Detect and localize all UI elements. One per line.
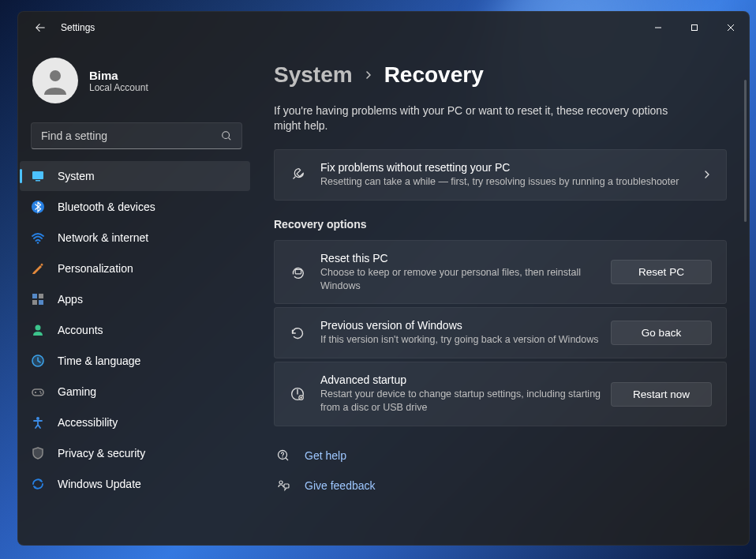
close-button[interactable] bbox=[713, 16, 749, 39]
titlebar: Settings bbox=[18, 12, 749, 43]
svg-point-24 bbox=[279, 481, 283, 484]
give-feedback-link[interactable]: Give feedback bbox=[274, 471, 727, 501]
sidebar-item-label: Accessibility bbox=[58, 416, 118, 429]
gaming-icon bbox=[31, 385, 45, 399]
get-help-link[interactable]: Get help bbox=[274, 441, 727, 471]
time-language-icon bbox=[31, 354, 45, 368]
sidebar-item-gaming[interactable]: Gaming bbox=[20, 377, 250, 407]
sidebar-item-label: Privacy & security bbox=[58, 447, 145, 460]
troubleshoot-card[interactable]: Fix problems without resetting your PC R… bbox=[274, 149, 727, 201]
search-icon bbox=[221, 130, 232, 141]
profile-subtitle: Local Account bbox=[89, 82, 148, 93]
svg-rect-9 bbox=[39, 294, 43, 298]
minimize-button[interactable] bbox=[640, 16, 676, 39]
recovery-card: Advanced startupRestart your device to c… bbox=[274, 362, 727, 426]
svg-point-17 bbox=[40, 392, 42, 394]
sidebar-item-personalization[interactable]: Personalization bbox=[20, 253, 250, 283]
windows-update-icon bbox=[31, 477, 45, 491]
give-feedback-icon bbox=[276, 478, 290, 493]
maximize-icon bbox=[691, 24, 698, 32]
search-box[interactable] bbox=[31, 122, 242, 149]
sidebar-item-bluetooth-devices[interactable]: Bluetooth & devices bbox=[20, 192, 250, 222]
avatar bbox=[32, 58, 78, 103]
svg-rect-7 bbox=[40, 264, 43, 267]
scrollbar-thumb[interactable] bbox=[744, 80, 747, 222]
personalization-icon bbox=[31, 261, 45, 276]
card-subtitle: Choose to keep or remove your personal f… bbox=[320, 266, 601, 293]
accessibility-icon bbox=[31, 415, 45, 430]
card-subtitle: If this version isn't working, try going… bbox=[320, 333, 601, 347]
sidebar-item-apps[interactable]: Apps bbox=[20, 284, 250, 314]
nav-list: SystemBluetooth & devicesNetwork & inter… bbox=[18, 160, 255, 500]
section-label: Recovery options bbox=[274, 218, 727, 231]
apps-icon bbox=[31, 292, 45, 306]
recovery-card: Reset this PCChoose to keep or remove yo… bbox=[274, 240, 727, 305]
sidebar-item-label: Accounts bbox=[58, 324, 103, 336]
system-icon bbox=[31, 169, 45, 183]
page-description: If you're having problems with your PC o… bbox=[274, 103, 676, 133]
sidebar-item-privacy-security[interactable]: Privacy & security bbox=[20, 438, 250, 468]
sidebar-item-windows-update[interactable]: Windows Update bbox=[20, 469, 250, 499]
sidebar-item-label: Network & internet bbox=[58, 231, 148, 244]
settings-window: Settings Bima bbox=[17, 11, 750, 546]
sidebar-item-accessibility[interactable]: Accessibility bbox=[20, 407, 250, 437]
card-title: Advanced startup bbox=[320, 373, 601, 386]
card-title: Previous version of Windows bbox=[320, 319, 601, 332]
breadcrumb-parent[interactable]: System bbox=[274, 62, 353, 88]
sidebar-item-network-internet[interactable]: Network & internet bbox=[20, 223, 250, 253]
bluetooth-devices-icon bbox=[31, 200, 45, 214]
privacy-security-icon bbox=[31, 446, 45, 460]
svg-point-23 bbox=[282, 456, 283, 457]
back-button[interactable] bbox=[24, 12, 56, 43]
window-title: Settings bbox=[61, 22, 95, 33]
svg-point-12 bbox=[36, 325, 41, 331]
user-icon bbox=[39, 65, 71, 96]
svg-rect-4 bbox=[36, 180, 40, 182]
svg-rect-11 bbox=[39, 300, 43, 305]
accounts-icon bbox=[31, 323, 45, 337]
card-title: Reset this PC bbox=[320, 252, 601, 264]
sidebar-item-time-language[interactable]: Time & language bbox=[20, 346, 250, 376]
svg-rect-8 bbox=[32, 294, 37, 298]
svg-point-6 bbox=[37, 242, 39, 244]
svg-point-18 bbox=[36, 417, 39, 420]
reset-pc-button[interactable]: Reset PC bbox=[611, 260, 712, 284]
sidebar-item-label: Gaming bbox=[58, 385, 96, 398]
breadcrumb: System Recovery bbox=[274, 62, 727, 88]
sidebar-item-label: Bluetooth & devices bbox=[58, 201, 155, 213]
sidebar-item-system[interactable]: System bbox=[20, 161, 250, 191]
search-input[interactable] bbox=[41, 129, 221, 142]
svg-point-1 bbox=[50, 70, 61, 81]
sidebar-item-label: Personalization bbox=[58, 262, 133, 275]
card-subtitle: Resetting can take a while — first, try … bbox=[320, 175, 693, 189]
chevron-right-icon bbox=[364, 70, 373, 80]
recovery-card: Previous version of WindowsIf this versi… bbox=[274, 307, 727, 358]
svg-rect-15 bbox=[32, 389, 43, 396]
recovery-card-icon bbox=[289, 385, 306, 403]
profile-name: Bima bbox=[89, 69, 148, 82]
svg-point-14 bbox=[32, 355, 44, 367]
scrollbar[interactable] bbox=[744, 43, 747, 545]
minimize-icon bbox=[654, 24, 662, 32]
get-help-icon bbox=[276, 448, 290, 463]
close-icon bbox=[727, 24, 735, 32]
breadcrumb-current: Recovery bbox=[384, 62, 484, 88]
card-title: Fix problems without resetting your PC bbox=[320, 161, 693, 174]
recovery-card-icon bbox=[289, 325, 306, 342]
svg-rect-19 bbox=[295, 269, 301, 274]
go-back-button[interactable]: Go back bbox=[611, 321, 712, 345]
sidebar-item-label: Time & language bbox=[58, 355, 140, 367]
content-pane: System Recovery If you're having problem… bbox=[255, 43, 749, 545]
restart-now-button[interactable]: Restart now bbox=[611, 382, 712, 407]
svg-point-16 bbox=[39, 391, 41, 392]
arrow-left-icon bbox=[35, 22, 46, 33]
svg-rect-25 bbox=[284, 484, 289, 488]
maximize-button[interactable] bbox=[676, 16, 713, 39]
recovery-card-icon bbox=[289, 264, 306, 281]
svg-rect-0 bbox=[692, 25, 698, 31]
card-subtitle: Restart your device to change startup se… bbox=[320, 388, 601, 415]
sidebar-item-accounts[interactable]: Accounts bbox=[20, 315, 250, 345]
sidebar-item-label: Apps bbox=[58, 293, 83, 306]
svg-rect-10 bbox=[32, 300, 37, 305]
profile-block[interactable]: Bima Local Account bbox=[18, 50, 255, 118]
